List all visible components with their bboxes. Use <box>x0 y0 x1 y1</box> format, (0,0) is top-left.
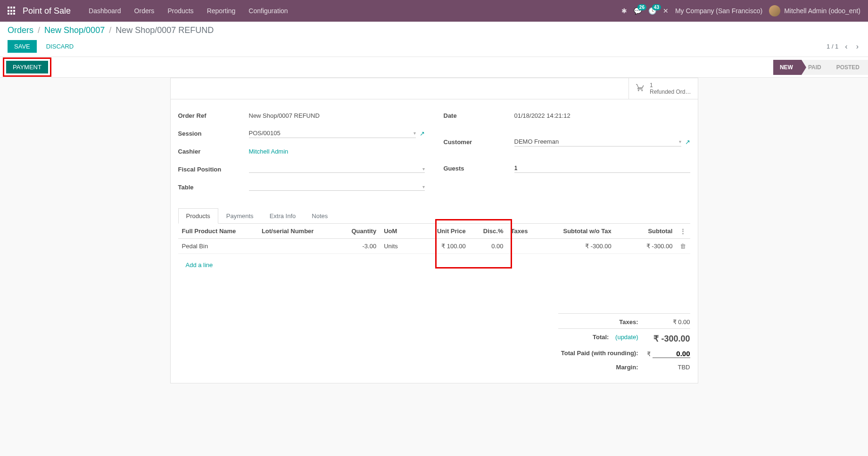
breadcrumb-orders[interactable]: Orders <box>8 25 33 35</box>
tab-extra-info[interactable]: Extra Info <box>262 208 304 224</box>
user-menu[interactable]: Mitchell Admin (odoo_ent) <box>769 5 860 16</box>
form-right-col: Date 01/18/2022 14:21:12 Customer DEMO F… <box>444 109 690 198</box>
th-kebab[interactable]: ⋮ <box>676 224 690 239</box>
discard-button[interactable]: DISCARD <box>40 40 81 53</box>
cell-product[interactable]: Pedal Bin <box>178 239 258 254</box>
lines-table: Full Product Name Lot/serial Number Quan… <box>178 224 690 276</box>
update-link[interactable]: (update) <box>615 334 638 341</box>
session-label: Session <box>178 130 249 137</box>
total-value: ₹ -300.00 <box>638 334 690 344</box>
pager-prev[interactable]: ‹ <box>843 41 849 53</box>
tools-icon[interactable]: ✕ <box>663 7 669 15</box>
breadcrumb-parent[interactable]: New Shop/0007 <box>44 25 105 35</box>
caret-down-icon: ▾ <box>413 130 416 136</box>
button-box: 1 Refunded Ord… <box>171 78 698 99</box>
cart-icon <box>636 83 645 94</box>
status-new[interactable]: NEW <box>773 60 802 75</box>
activities-badge: 43 <box>652 4 661 10</box>
activities-icon[interactable]: 🕓43 <box>648 7 656 15</box>
subheader: Orders / New Shop/0007 / New Shop/0007 R… <box>0 22 868 57</box>
nav-reporting[interactable]: Reporting <box>200 0 242 22</box>
cell-lot[interactable] <box>258 239 333 254</box>
brand-title[interactable]: Point of Sale <box>23 6 71 16</box>
cell-subtotal[interactable]: ₹ -300.00 <box>615 239 677 254</box>
th-lot: Lot/serial Number <box>258 224 333 239</box>
guests-input[interactable] <box>514 163 690 173</box>
lines-table-wrap: Full Product Name Lot/serial Number Quan… <box>178 224 690 285</box>
th-uom: UoM <box>380 224 413 239</box>
statusbar: PAYMENT NEW PAID POSTED <box>0 57 868 78</box>
nav-products[interactable]: Products <box>161 0 200 22</box>
taxes-label: Taxes: <box>558 318 638 326</box>
cell-unit-price[interactable]: ₹ 100.00 <box>413 239 470 254</box>
breadcrumb-current: New Shop/0007 REFUND <box>116 25 214 35</box>
guests-label: Guests <box>444 165 514 172</box>
nav-menu: Dashboard Orders Products Reporting Conf… <box>82 0 295 22</box>
th-subtotal-wo: Subtotal w/o Tax <box>545 224 615 239</box>
external-link-icon[interactable]: ↗ <box>685 138 690 146</box>
date-label: Date <box>444 112 514 119</box>
th-qty: Quantity <box>333 224 380 239</box>
bug-icon[interactable]: ✱ <box>621 7 627 15</box>
paid-input[interactable] <box>653 350 690 358</box>
save-button[interactable]: SAVE <box>8 40 37 53</box>
tab-notes[interactable]: Notes <box>304 208 336 224</box>
margin-value: TBD <box>638 364 690 371</box>
payment-button[interactable]: PAYMENT <box>6 61 48 73</box>
caret-down-icon: ▾ <box>422 184 425 189</box>
totals: Taxes: ₹ 0.00 Total: (update) ₹ -300.00 … <box>178 313 690 374</box>
caret-down-icon: ▾ <box>422 166 425 171</box>
margin-label: Margin: <box>558 364 638 371</box>
messages-icon[interactable]: 💬26 <box>634 7 642 15</box>
actions-row: SAVE DISCARD 1 / 1 ‹ › <box>8 40 860 57</box>
tab-products[interactable]: Products <box>178 208 218 224</box>
tab-payments[interactable]: Payments <box>218 208 262 224</box>
cell-uom[interactable]: Units <box>380 239 413 254</box>
tabs: Products Payments Extra Info Notes <box>178 208 690 224</box>
cell-subtotal-wo[interactable]: ₹ -300.00 <box>545 239 615 254</box>
nav-configuration[interactable]: Configuration <box>242 0 294 22</box>
cell-taxes[interactable] <box>507 239 545 254</box>
th-subtotal: Subtotal <box>615 224 677 239</box>
form-sheet: 1 Refunded Ord… Order Ref New Shop/0007 … <box>170 78 698 383</box>
user-name: Mitchell Admin (odoo_ent) <box>784 7 860 15</box>
apps-icon[interactable] <box>8 7 16 15</box>
table-select[interactable]: ▾ <box>249 183 425 191</box>
nav-dashboard[interactable]: Dashboard <box>82 0 128 22</box>
nav-right: ✱ 💬26 🕓43 ✕ My Company (San Francisco) M… <box>621 5 860 16</box>
order-ref-label: Order Ref <box>178 112 249 119</box>
nav-orders[interactable]: Orders <box>128 0 161 22</box>
add-line-link[interactable]: Add a line <box>182 258 217 272</box>
paid-currency: ₹ <box>647 350 651 358</box>
customer-select[interactable]: DEMO Freeman ▾ <box>514 137 681 147</box>
refunded-orders-button[interactable]: 1 Refunded Ord… <box>628 78 697 99</box>
th-unit-price: Unit Price <box>413 224 470 239</box>
breadcrumb: Orders / New Shop/0007 / New Shop/0007 R… <box>8 25 860 35</box>
taxes-value: ₹ 0.00 <box>638 318 690 326</box>
pager-next[interactable]: › <box>854 41 860 53</box>
fiscal-select[interactable]: ▾ <box>249 165 425 173</box>
cell-disc[interactable]: 0.00 <box>470 239 507 254</box>
th-taxes: Taxes <box>507 224 545 239</box>
pager-text: 1 / 1 <box>827 43 838 50</box>
paid-label: Total Paid (with rounding): <box>558 350 638 358</box>
total-label: Total: <box>593 334 609 341</box>
th-disc: Disc.% <box>470 224 507 239</box>
th-product: Full Product Name <box>178 224 258 239</box>
cashier-value[interactable]: Mitchell Admin <box>249 148 425 155</box>
external-link-icon[interactable]: ↗ <box>420 130 425 137</box>
cashier-label: Cashier <box>178 148 249 155</box>
cell-qty[interactable]: -3.00 <box>333 239 380 254</box>
customer-label: Customer <box>444 138 514 146</box>
session-select[interactable]: POS/00105 ▾ <box>249 129 416 138</box>
stat-count: 1 <box>650 82 691 89</box>
form-left-col: Order Ref New Shop/0007 REFUND Session P… <box>178 109 425 198</box>
table-row[interactable]: Pedal Bin -3.00 Units ₹ 100.00 0.00 ₹ -3… <box>178 239 690 254</box>
stat-label: Refunded Ord… <box>650 89 691 95</box>
top-nav: Point of Sale Dashboard Orders Products … <box>0 0 868 22</box>
order-ref-value: New Shop/0007 REFUND <box>249 112 425 119</box>
delete-row-icon[interactable]: 🗑 <box>676 239 690 254</box>
pager: 1 / 1 ‹ › <box>827 41 860 53</box>
company-selector[interactable]: My Company (San Francisco) <box>675 7 762 15</box>
payment-highlight: PAYMENT <box>3 57 51 77</box>
